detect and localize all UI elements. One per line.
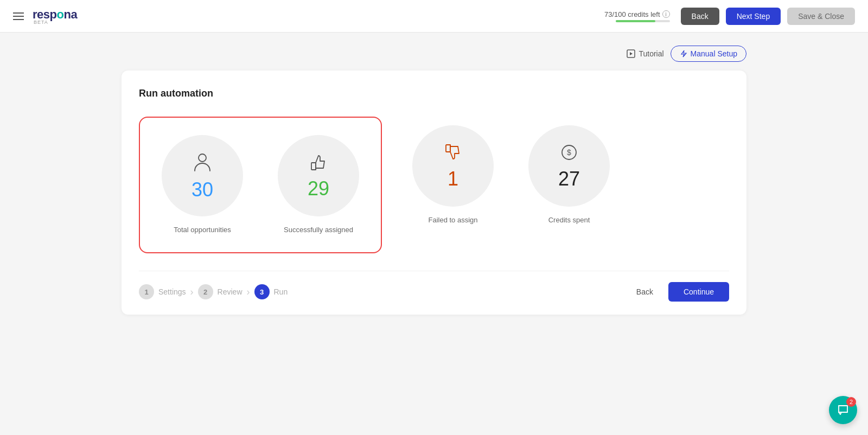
svg-marker-1 xyxy=(630,52,633,55)
dollar-icon: $ xyxy=(560,144,578,165)
step-arrow-2: › xyxy=(247,286,250,298)
stat-total-opportunities: 30 Total opportunities xyxy=(144,126,260,244)
svg-point-2 xyxy=(199,154,206,162)
step-number-1: 1 xyxy=(144,288,148,296)
step-circle-2: 2 xyxy=(198,284,213,299)
main: Tutorial Manual Setup Run automation xyxy=(0,0,868,435)
stat-number-credits: 27 xyxy=(558,169,580,189)
menu-icon[interactable] xyxy=(13,12,24,20)
step-circle-1: 1 xyxy=(139,284,154,299)
credits-text: 73/100 credits left i xyxy=(604,10,670,18)
stat-circle-success: 29 xyxy=(278,135,359,216)
credits-info-icon[interactable]: i xyxy=(662,10,670,18)
stat-circle-failed: 1 xyxy=(412,125,494,207)
credits-bar-fill xyxy=(616,20,655,22)
header-left: respona BETA xyxy=(13,8,77,25)
header-right: 73/100 credits left i Back Next Step Sav… xyxy=(604,8,855,25)
step-arrow-1: › xyxy=(190,286,194,298)
play-icon xyxy=(627,49,635,58)
step-2: 2 Review xyxy=(198,284,242,299)
stats-highlighted-group: 30 Total opportunities xyxy=(139,117,382,253)
stat-label-total: Total opportunities xyxy=(174,225,231,235)
stat-number-failed: 1 xyxy=(448,169,458,189)
logo: respona BETA xyxy=(33,8,77,25)
svg-rect-3 xyxy=(311,163,316,170)
stat-successfully-assigned: 29 Successfully assigned xyxy=(260,126,376,244)
person-icon xyxy=(194,152,211,176)
next-step-button[interactable]: Next Step xyxy=(726,8,781,25)
stat-failed-assign: 1 Failed to assign xyxy=(395,117,511,253)
stat-circle-total: 30 xyxy=(162,135,243,216)
svg-text:$: $ xyxy=(567,148,571,157)
step-number-3: 3 xyxy=(260,288,264,296)
tutorial-button[interactable]: Tutorial xyxy=(627,49,663,58)
stats-row: 30 Total opportunities xyxy=(139,117,729,253)
main-card: Run automation xyxy=(122,71,746,315)
manual-setup-label: Manual Setup xyxy=(691,49,737,58)
stat-label-success: Successfully assigned xyxy=(284,225,353,235)
thumbup-icon xyxy=(310,153,327,175)
step-3: 3 Run xyxy=(254,284,288,299)
credits-area: 73/100 credits left i xyxy=(604,10,670,22)
chat-bubble[interactable]: 2 xyxy=(829,396,857,424)
stat-credits-spent: $ 27 Credits spent xyxy=(511,117,627,253)
header: respona BETA 73/100 credits left i Back … xyxy=(0,0,868,33)
stat-label-credits: Credits spent xyxy=(548,215,590,225)
steps: 1 Settings › 2 Review › xyxy=(139,284,288,299)
step-1: 1 Settings xyxy=(139,284,186,299)
back-button[interactable]: Back xyxy=(681,8,719,25)
stat-number-total: 30 xyxy=(192,180,213,200)
step-label-3: Run xyxy=(274,287,288,296)
credits-bar xyxy=(616,20,670,22)
manual-setup-button[interactable]: Manual Setup xyxy=(671,46,746,62)
lightning-icon xyxy=(680,50,687,57)
svg-rect-4 xyxy=(446,145,450,152)
footer-continue-button[interactable]: Continue xyxy=(668,282,729,302)
save-close-button[interactable]: Save & Close xyxy=(787,8,855,25)
stat-number-success: 29 xyxy=(308,179,329,199)
top-actions: Tutorial Manual Setup xyxy=(122,46,746,62)
content-area: Tutorial Manual Setup Run automation xyxy=(108,33,760,328)
stat-label-failed: Failed to assign xyxy=(428,215,477,225)
tutorial-label: Tutorial xyxy=(639,49,663,58)
logo-beta: BETA xyxy=(34,20,48,25)
step-number-2: 2 xyxy=(203,288,207,296)
step-label-2: Review xyxy=(218,287,242,296)
thumbdown-icon xyxy=(445,144,461,165)
step-footer: 1 Settings › 2 Review › xyxy=(139,271,729,315)
credits-value: 73/100 credits left xyxy=(604,10,660,18)
stat-circle-credits: $ 27 xyxy=(528,125,610,207)
step-label-1: Settings xyxy=(158,287,186,296)
footer-buttons: Back Continue xyxy=(628,282,729,302)
step-circle-3: 3 xyxy=(254,284,270,299)
card-title: Run automation xyxy=(139,88,729,99)
chat-badge: 2 xyxy=(846,397,856,407)
footer-back-button[interactable]: Back xyxy=(628,282,662,302)
